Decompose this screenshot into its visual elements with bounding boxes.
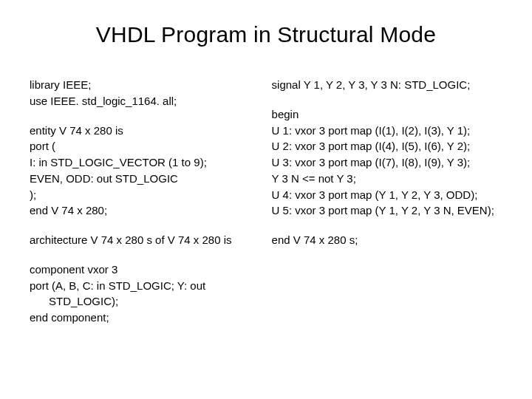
left-column: library IEEE; use IEEE. std_logic_1164. …	[30, 77, 250, 339]
code-line: end V 74 x 280 s;	[272, 232, 502, 248]
code-block-architecture: architecture V 74 x 280 s of V 74 x 280 …	[30, 232, 250, 248]
code-line: );	[30, 187, 250, 203]
code-line: use IEEE. std_logic_1164. all;	[30, 93, 250, 109]
code-block-signal: signal Y 1, Y 2, Y 3, Y 3 N: STD_LOGIC;	[272, 77, 502, 93]
code-line: port (	[30, 138, 250, 154]
code-line: Y 3 N <= not Y 3;	[272, 171, 502, 187]
code-line: STD_LOGIC);	[30, 293, 250, 310]
slide: VHDL Program in Structural Mode library …	[0, 0, 532, 399]
code-line: U 3: vxor 3 port map (I(7), I(8), I(9), …	[272, 154, 502, 171]
code-line: I: in STD_LOGIC_VECTOR (1 to 9);	[30, 154, 250, 171]
code-line: signal Y 1, Y 2, Y 3, Y 3 N: STD_LOGIC;	[272, 77, 502, 93]
code-block-library: library IEEE; use IEEE. std_logic_1164. …	[30, 77, 250, 109]
right-column: signal Y 1, Y 2, Y 3, Y 3 N: STD_LOGIC; …	[272, 77, 502, 339]
code-line: U 5: vxor 3 port map (Y 1, Y 2, Y 3 N, E…	[272, 202, 502, 219]
code-line: begin	[272, 106, 502, 123]
code-block-body: begin U 1: vxor 3 port map (I(1), I(2), …	[272, 106, 502, 219]
code-line: U 4: vxor 3 port map (Y 1, Y 2, Y 3, ODD…	[272, 187, 502, 203]
slide-title: VHDL Program in Structural Mode	[30, 22, 502, 47]
code-line: end V 74 x 280;	[30, 202, 250, 219]
code-block-entity: entity V 74 x 280 is port ( I: in STD_LO…	[30, 123, 250, 219]
code-line: end component;	[30, 310, 250, 326]
code-block-component: component vxor 3 port (A, B, C: in STD_L…	[30, 262, 250, 326]
code-line: port (A, B, C: in STD_LOGIC; Y: out	[30, 278, 250, 294]
code-line: U 2: vxor 3 port map (I(4), I(5), I(6), …	[272, 138, 502, 154]
code-line: component vxor 3	[30, 262, 250, 278]
content-columns: library IEEE; use IEEE. std_logic_1164. …	[30, 77, 502, 339]
code-line: entity V 74 x 280 is	[30, 123, 250, 139]
code-line: architecture V 74 x 280 s of V 74 x 280 …	[30, 232, 250, 248]
code-line: library IEEE;	[30, 77, 250, 93]
code-line: U 1: vxor 3 port map (I(1), I(2), I(3), …	[272, 123, 502, 139]
code-line: EVEN, ODD: out STD_LOGIC	[30, 171, 250, 187]
code-block-end: end V 74 x 280 s;	[272, 232, 502, 248]
